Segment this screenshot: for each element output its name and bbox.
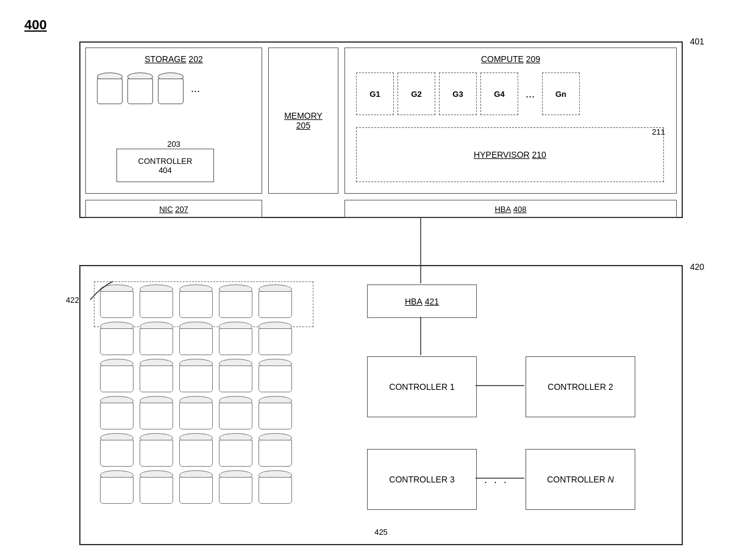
hba-top-bar: HBA 408 — [344, 200, 677, 218]
storage-section: STORAGE 202 ... 203 — [85, 48, 262, 194]
disk-1-3 — [179, 284, 213, 318]
disk-row-6 — [100, 470, 332, 504]
ref-420: 420 — [690, 262, 704, 272]
ref-422: 422 — [66, 295, 79, 305]
hba-421-box: HBA 421 — [367, 284, 477, 318]
bottom-system-box: HBA 421 CONTROLLER 1 CONTROLLER 2 CONTRO… — [79, 265, 683, 545]
disk-grid — [94, 281, 332, 525]
disk-1-1 — [100, 284, 134, 318]
controller-1-box: CONTROLLER 1 — [367, 356, 477, 417]
gpu-gn: Gn — [542, 72, 580, 115]
cylinder-1 — [97, 72, 123, 104]
ref-401: 401 — [690, 37, 704, 46]
gpu-g4: G4 — [480, 72, 518, 115]
storage-sub-ref: 203 — [167, 140, 180, 149]
disk-row-3 — [100, 359, 332, 392]
memory-section: MEMORY 205 — [268, 48, 338, 194]
gpu-row: G1 G2 G3 G4 ... Gn — [356, 72, 580, 115]
disk-1-4 — [219, 284, 252, 318]
gpu-g1: G1 — [356, 72, 394, 115]
hypervisor-box: HYPERVISOR 210 — [356, 127, 664, 182]
compute-section: COMPUTE 209 G1 G2 G3 G4 ... Gn 211 HYPER… — [344, 48, 677, 194]
diagram: 400 STORAGE 202 ... — [0, 0, 756, 558]
compute-label: COMPUTE 209 — [481, 54, 540, 64]
gpu-g2: G2 — [398, 72, 435, 115]
gpu-g3: G3 — [439, 72, 477, 115]
disk-row-5 — [100, 433, 332, 467]
figure-label: 400 — [24, 17, 47, 33]
cylinders-row: ... — [97, 72, 200, 104]
nic-bar: NIC 207 — [85, 200, 262, 218]
controller-2-box: CONTROLLER 2 — [526, 356, 635, 417]
top-system-box: STORAGE 202 ... 203 — [79, 41, 683, 218]
cylinder-3 — [158, 72, 184, 104]
controller-3-box: CONTROLLER 3 — [367, 449, 477, 510]
disk-row-4 — [100, 396, 332, 429]
storage-label: STORAGE 202 — [144, 54, 202, 64]
controller-404-box: CONTROLLER 404 — [116, 149, 214, 182]
ref-425: 425 — [374, 528, 388, 537]
disk-1-2 — [140, 284, 173, 318]
cylinder-2 — [127, 72, 153, 104]
controller-n-box: CONTROLLER N — [526, 449, 635, 510]
ctrl-dots-horizontal: . . . — [484, 473, 508, 486]
disk-1-5 — [259, 284, 292, 318]
